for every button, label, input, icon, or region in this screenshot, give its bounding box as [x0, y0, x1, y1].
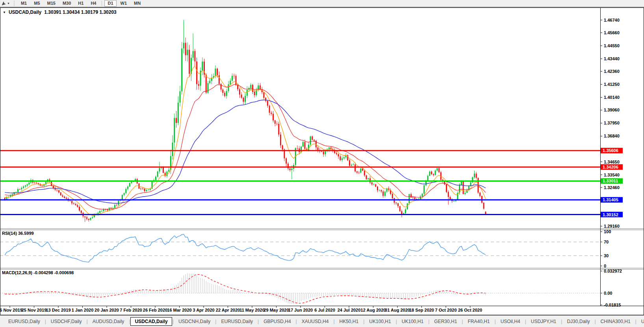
candle: [245, 96, 246, 102]
candle: [273, 114, 274, 121]
candle: [112, 208, 113, 209]
candle: [423, 185, 425, 193]
candle: [277, 124, 278, 124]
candle: [341, 158, 343, 160]
chart-tab-usdcnh-daily[interactable]: USDCNH,Daily: [174, 317, 215, 326]
tool-dropdown-caret-icon[interactable]: ▼: [7, 2, 11, 5]
price-line-badge-label: 1.33011: [603, 178, 618, 183]
cursor-tool-icon[interactable]: [0, 0, 7, 6]
timeframe-button-w1[interactable]: W1: [117, 0, 130, 7]
candle: [308, 145, 309, 150]
candle: [379, 190, 380, 191]
candle: [483, 203, 484, 208]
candle: [479, 193, 481, 196]
chart-tab-fra40-h1[interactable]: FRA40,H1: [463, 317, 494, 326]
candle: [101, 211, 102, 212]
candle: [206, 75, 207, 93]
chart-tab-gbpusd-h4[interactable]: GBPUSD,H4: [259, 317, 295, 326]
candle: [36, 183, 37, 183]
candle: [157, 171, 158, 177]
candle: [304, 142, 305, 149]
candle: [271, 113, 272, 114]
rsi-tick-label: 30: [604, 253, 609, 258]
price-tick-label: 1.42360: [604, 69, 620, 74]
candle: [198, 84, 199, 86]
chart-tab-hk50-h1[interactable]: HK50,H1: [335, 317, 363, 326]
candle: [159, 168, 160, 171]
price-chart-canvas[interactable]: 1.467401.456601.445501.434401.423601.412…: [0, 7, 644, 315]
mt4-terminal: { "toolbar": { "timeframes": ["M1","M5",…: [0, 0, 644, 327]
chart-tab-china300-h1[interactable]: CHINA300,H1: [596, 317, 635, 326]
candle: [354, 164, 356, 171]
candle: [129, 183, 130, 187]
chart-tab-usdcad-daily[interactable]: USDCAD,Daily: [130, 317, 172, 326]
candle: [395, 203, 397, 203]
chart-tab-eurusd-daily[interactable]: EURUSD,Daily: [4, 317, 45, 326]
collapse-caret-icon[interactable]: ▼: [3, 11, 6, 14]
candle: [131, 182, 132, 183]
timeframe-button-m1[interactable]: M1: [18, 0, 30, 7]
candle: [146, 190, 147, 191]
candle: [15, 192, 17, 192]
price-line-badge-label: 1.31405: [603, 197, 618, 202]
chart-tab-eurusd-daily[interactable]: EURUSD,Daily: [217, 317, 257, 326]
chart-tab-usoil-h4[interactable]: USOil,H4: [496, 317, 525, 326]
candle: [19, 189, 20, 190]
candle: [303, 142, 304, 147]
candle: [172, 143, 173, 156]
timeframe-button-mn[interactable]: MN: [131, 0, 144, 7]
chart-title: ▼USDCAD,Daily1.30391 1.30434 1.30179 1.3…: [3, 9, 117, 15]
candle: [347, 155, 348, 160]
chart-tab-usdchf-daily[interactable]: USDCHF,Daily: [46, 317, 86, 326]
candle: [282, 145, 283, 150]
chart-tab-uk100-h1[interactable]: UK100,H1: [365, 317, 395, 326]
chart-tab-usoil-h1[interactable]: USOil,H1: [637, 317, 644, 326]
toolbar-grip[interactable]: [13, 1, 15, 6]
candle: [433, 174, 434, 175]
candle: [217, 69, 218, 75]
candle: [215, 69, 216, 76]
candle: [312, 136, 313, 140]
candle: [330, 147, 332, 149]
chart-tab-dj30-daily[interactable]: DJ30,Daily: [562, 317, 594, 326]
candle: [77, 205, 78, 207]
candle: [127, 187, 128, 189]
candle: [280, 135, 281, 145]
candle: [247, 90, 248, 96]
candle: [88, 219, 89, 220]
candle: [336, 153, 337, 154]
timeframe-button-h1[interactable]: H1: [75, 0, 87, 7]
date-label: 18 Sep 2020: [409, 308, 434, 312]
candle: [166, 171, 167, 176]
candle: [254, 92, 255, 95]
chart-tab-usdjpy-h1[interactable]: USDJPY,H1: [527, 317, 560, 326]
chart-tab-uk100-h1[interactable]: UK100,H1: [397, 317, 428, 326]
timeframe-button-m30[interactable]: M30: [59, 0, 74, 7]
candle: [291, 169, 292, 170]
date-label: 26 Oct 2020: [458, 308, 482, 312]
candle: [232, 76, 233, 80]
candle: [325, 151, 326, 154]
candle: [56, 190, 58, 190]
price-tick-label: 1.37950: [604, 121, 620, 125]
timeframe-button-h4[interactable]: H4: [87, 0, 99, 7]
rsi-tick-label: 70: [604, 240, 609, 244]
candle: [431, 171, 432, 174]
chart-tab-audusd-daily[interactable]: AUDUSD,Daily: [88, 317, 129, 326]
candle: [219, 75, 220, 84]
candle: [436, 168, 438, 171]
chart-tab-ger30-h1[interactable]: GER30,H1: [430, 317, 461, 326]
candle: [405, 209, 406, 213]
candle: [81, 210, 82, 213]
candle: [267, 101, 268, 106]
candle: [226, 91, 227, 96]
candle: [71, 201, 72, 203]
candle: [124, 193, 125, 195]
candle: [58, 190, 59, 192]
candle: [66, 198, 67, 199]
candle: [64, 197, 65, 198]
timeframe-button-m5[interactable]: M5: [31, 0, 43, 7]
chart-tab-xauusd-h4[interactable]: XAUUSD,H4: [297, 317, 333, 326]
timeframe-button-d1[interactable]: D1: [104, 0, 116, 7]
timeframe-button-m15[interactable]: M15: [44, 0, 59, 7]
